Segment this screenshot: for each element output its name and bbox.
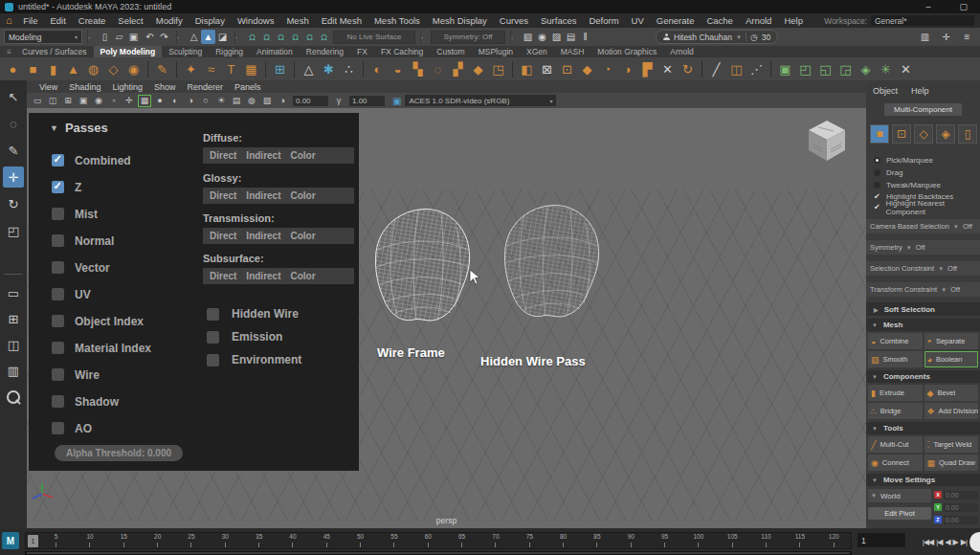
pass-checkbox[interactable] [52,181,64,193]
rotate-tool-icon[interactable]: ↻ [3,193,24,214]
component-command-button[interactable]: ∴ Bridge [868,403,923,419]
home-icon[interactable]: ⌂ [6,15,12,26]
open-scene-icon[interactable]: ▱ [112,30,126,44]
panel-menu-item[interactable]: Renderer [181,82,229,92]
user-account-chip[interactable]: Hitesh Chauhan ▼ ◷ 30 [656,30,778,44]
aov-option-color[interactable]: Color [290,150,315,161]
snap-to-point-icon[interactable]: Ω [274,30,288,44]
shelf-tab[interactable]: Arnold [663,46,701,57]
select-hierarchy-icon[interactable]: △ [187,30,201,44]
axis-orientation-select[interactable]: ▼ World [868,489,931,502]
snap-to-curve-icon[interactable]: Ω [259,30,274,44]
menu-item[interactable]: Deform [583,15,625,26]
modeling-toolkit-toggle-icon[interactable]: ▥ [918,30,932,44]
menu-item[interactable]: Modify [149,15,189,26]
multi-cut-shelf-icon[interactable]: ╱ [707,60,725,78]
shelf-tab[interactable]: Rigging [209,46,250,57]
four-pane-layout-icon[interactable]: ⊞ [3,308,24,329]
extract-icon[interactable]: ◲ [836,60,855,78]
circularize-icon[interactable]: ◔ [598,60,616,78]
new-scene-icon[interactable]: ▯ [98,30,112,44]
sculpt-tool-icon[interactable]: ✎ [153,60,171,78]
undo-icon[interactable]: ↶ [143,30,157,44]
current-frame-field[interactable]: 1 [858,533,905,547]
poly-torus-icon[interactable]: ◍ [84,60,102,78]
aov-option-color[interactable]: Color [290,271,315,281]
exposure-field[interactable]: 0.00 [293,96,328,106]
lighting-all-icon[interactable]: ▦ [138,95,151,107]
delete-history-icon[interactable]: ✕ [897,60,915,78]
radio-button[interactable] [874,157,880,164]
poly-cylinder-icon[interactable]: ▮ [44,60,62,78]
channel-box-toggle-icon[interactable]: ≡ [960,30,974,44]
default-material-icon[interactable]: ◉ [92,95,105,107]
isolate-select-icon[interactable]: ▨ [260,95,274,107]
shelf-tab[interactable]: Curves / Surfaces [15,46,94,57]
multi-component-tab[interactable]: Multi-Component [884,103,962,116]
menu-item[interactable]: Arnold [739,15,777,26]
aov-option-direct[interactable]: Direct [210,190,236,201]
type-tool-icon[interactable]: T [222,60,240,78]
cleanup-icon[interactable]: ✳ [877,60,895,78]
edit-pivot-button[interactable]: Edit Pivot [868,507,931,520]
pass-checkbox[interactable] [52,395,64,408]
menu-item[interactable]: Generate [650,15,701,26]
step-back-frame-button[interactable]: |◀ [936,538,942,546]
boolean-icon[interactable]: ◆ [469,60,487,78]
component-vertex-mode-icon[interactable]: ⊡ [892,124,911,144]
poly-disc-icon[interactable]: ◉ [124,60,143,78]
menu-set-select[interactable]: Modeling▾ [4,30,82,44]
aov-option-color[interactable]: Color [290,231,315,241]
flip-icon[interactable]: ◰ [796,60,814,78]
pass-checkbox[interactable] [52,234,64,247]
shelf-tab[interactable]: Sculpting [162,46,209,57]
select-component-icon[interactable]: ◪ [215,30,230,44]
single-pane-layout-icon[interactable]: ▭ [3,282,24,303]
component-command-button[interactable]: ▮ Extrude [868,385,923,401]
panel-menu-item[interactable]: Show [148,82,182,92]
mel-command-icon[interactable]: M [2,532,19,549]
dropdown-row[interactable]: Selection Constraint ▼ Off [866,261,980,276]
panel-menu-item[interactable]: Shading [63,82,106,92]
redo-icon[interactable]: ↷ [157,30,171,44]
play-forward-button[interactable]: ▶ [953,538,958,546]
transfer-attributes-icon[interactable]: △ [300,60,318,78]
tool-command-button[interactable]: ╱ Multi-Cut [868,436,923,453]
sweep-mesh-icon[interactable]: ▦ [242,60,260,78]
shelf-tab[interactable]: Poly Modeling [94,46,163,57]
color-managed-icon[interactable]: ▣ [392,96,401,106]
select-tool-icon[interactable]: ↖ [3,86,24,107]
menu-item[interactable]: Select [112,15,149,26]
shelf-tab[interactable]: FX Caching [374,46,430,57]
menu-item[interactable]: Mesh [280,15,315,26]
shelf-menu-icon[interactable]: ≡ [3,46,15,57]
combine-icon[interactable]: ▚ [409,60,427,78]
object-mode-icon[interactable]: ■ [870,124,889,144]
menu-item[interactable]: UV [625,15,650,26]
separate-icon[interactable]: ◌ [429,60,447,78]
fill-hole-icon[interactable]: ◑ [618,60,636,78]
textured-display-icon[interactable]: ▣ [77,95,90,107]
minimize-button[interactable]: – [925,2,930,11]
outliner-layout-icon[interactable]: ▥ [3,360,24,381]
menu-item[interactable]: Curves [493,15,534,26]
maximize-button[interactable]: ▢ [959,2,968,11]
toolkit-menu-item[interactable]: Object [873,86,898,96]
pass-checkbox[interactable] [52,422,64,434]
poly-cone-icon[interactable]: ▲ [64,60,82,78]
panel-menu-item[interactable]: Panels [229,82,267,92]
radio-row[interactable]: Drag [874,166,980,179]
raycast-mode-icon[interactable]: ◇ [914,124,933,144]
mesh-command-button[interactable]: ◓ Separate [924,333,979,349]
dropdown-row[interactable]: Camera Based Selection ▼ Off [866,219,980,233]
menu-item[interactable]: Edit [44,15,72,26]
snap-to-grid-icon[interactable]: Ω [245,30,259,44]
save-scene-icon[interactable]: ▣ [126,30,141,44]
zoom-tool-icon[interactable] [3,387,24,408]
lasso-select-tool-icon[interactable]: ◌ [3,113,24,134]
component-command-button[interactable]: ◆ Bevel [924,385,979,401]
alpha-threshold-field[interactable]: Alpha Threshold: 0.000 [55,445,183,461]
snap-to-view-plane-icon[interactable]: Ω [302,30,317,44]
bridge-icon[interactable]: ⊠ [538,60,556,78]
pass-checkbox[interactable] [207,354,219,366]
